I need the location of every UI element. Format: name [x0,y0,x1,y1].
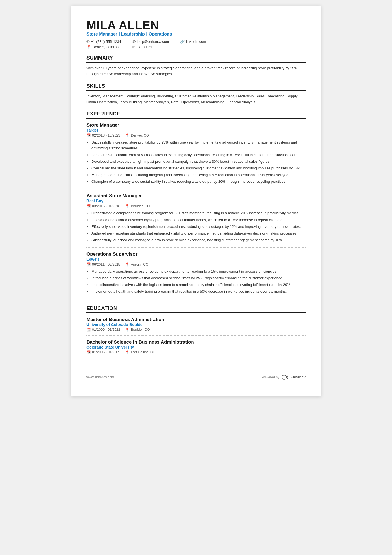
bullet-0-5: Champion of a company-wide sustainabilit… [91,179,306,184]
bullet-1-3: Authored new reporting standards that en… [91,231,306,236]
pin-icon-0: 📍 [125,133,130,137]
contact-row-1: +1-(234)-555-1234 @ help@enhancv.com 🔗 l… [86,40,306,44]
summary-section: SUMMARY With over 10 years of experience… [86,55,306,77]
phone-icon [86,40,90,44]
header: MILA ALLEN Store Manager | Leadership | … [86,19,306,49]
company-name-1: Best Buy [86,199,306,203]
skills-text: Inventory Management, Strategic Planning… [86,93,306,105]
candidate-name: MILA ALLEN [86,19,306,32]
enhancv-logo-icon [282,375,289,380]
bullet-0-3: Overhauled the store layout and merchand… [91,166,306,171]
job-meta-0: 📅 02/2018 - 10/2023 📍 Denver, CO [86,133,306,137]
calendar-icon-1: 📅 [86,204,91,208]
extra-field-text: Extra Field [136,45,153,49]
bullet-2-0: Managed daily operations across three co… [91,269,306,274]
bullet-2-3: Implemented a health and safety training… [91,289,306,294]
job-meta-1: 📅 03/2015 - 01/2018 📍 Boulder, CO [86,204,306,208]
job-location-0: 📍 Denver, CO [125,133,149,137]
job-block-0: Store Manager Target 📅 02/2018 - 10/2023… [86,122,306,189]
edu-dates-0: 📅 01/2009 - 01/2011 [86,328,120,332]
linkedin-item: 🔗 linkedin.com [180,40,206,44]
bullet-0-2: Developed and executed a high-impact pro… [91,159,306,164]
skills-heading: SKILLS [86,83,306,91]
linkedin-url: linkedin.com [186,40,206,44]
email-address: help@enhancv.com [137,40,169,44]
phone-item: +1-(234)-555-1234 [86,40,121,44]
edu-block-0: Master of Business Administration Univer… [86,317,306,336]
skills-section: SKILLS Inventory Management, Strategic P… [86,83,306,105]
edu-pin-icon-1: 📍 [125,350,130,354]
job-meta-2: 📅 06/2011 - 02/2015 📍 Aurora, CO [86,262,306,267]
job-location-1: 📍 Boulder, CO [125,204,150,208]
job-dates-0: 📅 02/2018 - 10/2023 [86,133,120,137]
brand-name: Enhancv [291,375,306,379]
job-block-2: Operations Supervisor Lowe's 📅 06/2011 -… [86,251,306,299]
bullet-2-1: Introduced a series of workflows that de… [91,275,306,281]
bullet-1-1: Innovated and tailored customer loyalty … [91,217,306,223]
job-bullets-1: Orchestrated a comprehensive training pr… [86,210,306,243]
edu-school-1: Colorado State University [86,345,306,349]
experience-heading: EXPERIENCE [86,111,306,119]
edu-block-1: Bachelor of Science in Business Administ… [86,339,306,358]
footer-brand: Powered by Enhancv [262,375,306,380]
bullet-1-4: Successfully launched and managed a new … [91,237,306,243]
company-name-2: Lowe's [86,257,306,262]
summary-heading: SUMMARY [86,55,306,63]
location-icon: 📍 [86,45,91,49]
pin-icon-2: 📍 [125,262,130,267]
contact-row-2: 📍 Denver, Colorado ☆ Extra Field [86,45,306,49]
job-title-1: Assistant Store Manager [86,193,306,199]
bullet-1-2: Effectively supervised inventory repleni… [91,224,306,230]
bullet-2-2: Led collaborative initiatives with the l… [91,282,306,288]
edu-meta-0: 📅 01/2009 - 01/2011 📍 Boulder, CO [86,328,306,332]
edu-meta-1: 📅 01/2005 - 01/2009 📍 Fort Collins, CO [86,350,306,354]
edu-pin-icon-0: 📍 [125,328,130,332]
linkedin-icon: 🔗 [180,40,185,44]
page-footer: www.enhancv.com Powered by Enhancv [86,371,306,380]
phone-number: +1-(234)-555-1234 [91,40,121,44]
job-dates-1: 📅 03/2015 - 01/2018 [86,204,120,208]
edu-calendar-icon-1: 📅 [86,350,91,354]
company-name-0: Target [86,128,306,132]
job-dates-2: 📅 06/2011 - 02/2015 [86,262,120,267]
job-bullets-2: Managed daily operations across three co… [86,269,306,295]
calendar-icon-0: 📅 [86,133,91,137]
powered-by-text: Powered by [262,375,279,379]
calendar-icon-2: 📅 [86,262,91,267]
extra-field-item: ☆ Extra Field [132,45,153,49]
bullet-0-0: Successfully increased store profitabili… [91,140,306,151]
degree-title-1: Bachelor of Science in Business Administ… [86,339,306,345]
enhancv-logo: Enhancv [282,375,306,380]
job-location-2: 📍 Aurora, CO [125,262,148,267]
summary-text: With over 10 years of experience, expert… [86,65,306,77]
education-section: EDUCATION Master of Business Administrat… [86,305,306,358]
job-title-0: Store Manager [86,122,306,128]
edu-location-0: 📍 Boulder, CO [125,328,150,332]
edu-calendar-icon-0: 📅 [86,328,91,332]
degree-title-0: Master of Business Administration [86,317,306,322]
bullet-0-4: Managed store financials, including budg… [91,172,306,178]
location-text: Denver, Colorado [92,45,120,49]
edu-dates-1: 📅 01/2005 - 01/2009 [86,350,120,354]
svg-point-0 [282,375,286,379]
extra-field-icon: ☆ [132,45,135,49]
resume-page: MILA ALLEN Store Manager | Leadership | … [71,6,321,396]
job-bullets-0: Successfully increased store profitabili… [86,140,306,184]
job-title-2: Operations Supervisor [86,251,306,257]
bullet-1-0: Orchestrated a comprehensive training pr… [91,210,306,216]
edu-school-0: University of Colorado Boulder [86,322,306,327]
job-block-1: Assistant Store Manager Best Buy 📅 03/20… [86,193,306,248]
pin-icon-1: 📍 [125,204,130,208]
education-heading: EDUCATION [86,305,306,313]
email-icon: @ [132,40,136,44]
bullet-0-1: Led a cross-functional team of 50 associ… [91,152,306,158]
experience-section: EXPERIENCE Store Manager Target 📅 02/201… [86,111,306,299]
edu-location-1: 📍 Fort Collins, CO [125,350,155,354]
location-item: 📍 Denver, Colorado [86,45,120,49]
candidate-title: Store Manager | Leadership | Operations [86,32,306,37]
email-item: @ help@enhancv.com [132,40,169,44]
footer-url: www.enhancv.com [86,375,114,379]
